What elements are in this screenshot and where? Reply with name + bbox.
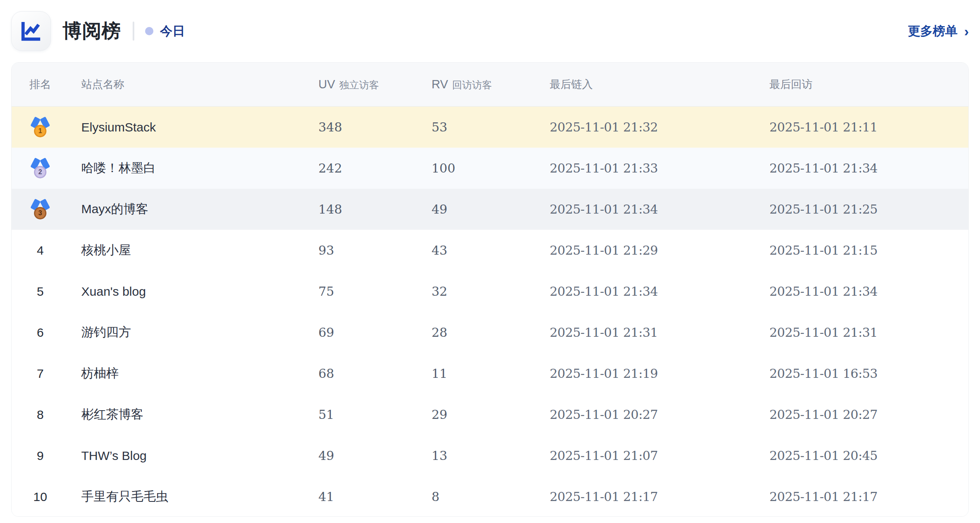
last-link-time: 2025-11-01 21:33 xyxy=(539,161,759,175)
last-visit-time: 2025-11-01 21:31 xyxy=(759,325,968,340)
table-row[interactable]: 8 彬红茶博客 51 29 2025-11-01 20:27 2025-11-0… xyxy=(12,394,968,435)
rank-cell: 3 xyxy=(12,199,69,219)
table-body: 1 ElysiumStack 348 53 2025-11-01 21:32 2… xyxy=(12,107,968,517)
site-name[interactable]: ElysiumStack xyxy=(69,120,308,134)
rank-number: 4 xyxy=(37,243,44,258)
last-link-time: 2025-11-01 21:29 xyxy=(539,243,759,258)
rv-value: 13 xyxy=(421,448,539,463)
uv-value: 348 xyxy=(308,120,421,134)
rank-cell: 5 xyxy=(12,285,69,299)
rv-value: 11 xyxy=(421,366,539,381)
site-name[interactable]: 游钓四方 xyxy=(69,324,308,341)
rv-value: 32 xyxy=(421,284,539,299)
column-header-rv: RV回访访客 xyxy=(421,78,539,92)
rank-number: 5 xyxy=(37,285,44,299)
rv-value: 100 xyxy=(421,161,539,175)
logo-box xyxy=(11,11,51,51)
last-visit-time: 2025-11-01 21:17 xyxy=(759,489,968,504)
site-name[interactable]: Xuan's blog xyxy=(69,285,308,299)
rank-number: 7 xyxy=(37,367,44,381)
rank-cell: 2 xyxy=(12,158,69,178)
uv-value: 49 xyxy=(308,448,421,463)
table-row[interactable]: 2 哈喽！林墨白 242 100 2025-11-01 21:33 2025-1… xyxy=(12,148,968,189)
bronze-medal-icon: 3 xyxy=(31,199,50,219)
last-visit-time: 2025-11-01 21:25 xyxy=(759,202,968,216)
rank-cell: 7 xyxy=(12,367,69,381)
site-name[interactable]: Mayx的博客 xyxy=(69,201,308,218)
last-link-time: 2025-11-01 20:27 xyxy=(539,407,759,422)
medal-number: 1 xyxy=(34,125,46,137)
rv-value: 28 xyxy=(421,325,539,340)
rv-value: 8 xyxy=(421,489,539,504)
silver-medal-icon: 2 xyxy=(31,158,50,178)
site-name[interactable]: 核桃小屋 xyxy=(69,242,308,259)
last-link-time: 2025-11-01 21:31 xyxy=(539,325,759,340)
table-header-row: 排名 站点名称 UV独立访客 RV回访访客 最后链入 最后回访 xyxy=(12,63,968,107)
last-visit-time: 2025-11-01 20:45 xyxy=(759,448,968,463)
column-header-uv: UV独立访客 xyxy=(308,78,421,92)
period-badge: 今日 xyxy=(160,23,185,40)
table-row[interactable]: 3 Mayx的博客 148 49 2025-11-01 21:34 2025-1… xyxy=(12,189,968,230)
chart-line-icon xyxy=(18,18,44,44)
medal-number: 3 xyxy=(34,207,46,219)
rank-number: 10 xyxy=(33,490,47,504)
last-visit-time: 2025-11-01 21:15 xyxy=(759,243,968,258)
uv-abbr: UV xyxy=(318,78,335,91)
chevron-right-icon: › xyxy=(964,24,969,38)
last-link-time: 2025-11-01 21:17 xyxy=(539,489,759,504)
site-name[interactable]: 彬红茶博客 xyxy=(69,406,308,423)
site-name[interactable]: 哈喽！林墨白 xyxy=(69,160,308,177)
page-title: 博阅榜 xyxy=(63,18,121,44)
uv-value: 148 xyxy=(308,202,421,216)
uv-value: 93 xyxy=(308,243,421,258)
site-name[interactable]: 枋柚梓 xyxy=(69,365,308,382)
column-header-last-link: 最后链入 xyxy=(539,77,759,92)
column-header-last-visit: 最后回访 xyxy=(759,77,968,92)
table-row[interactable]: 4 核桃小屋 93 43 2025-11-01 21:29 2025-11-01… xyxy=(12,230,968,271)
table-row[interactable]: 10 手里有只毛毛虫 41 8 2025-11-01 21:17 2025-11… xyxy=(12,476,968,517)
uv-value: 69 xyxy=(308,325,421,340)
rv-value: 29 xyxy=(421,407,539,422)
column-header-rank: 排名 xyxy=(12,77,69,92)
table-row[interactable]: 9 THW’s Blog 49 13 2025-11-01 21:07 2025… xyxy=(12,435,968,476)
rv-value: 43 xyxy=(421,243,539,258)
table-row[interactable]: 6 游钓四方 69 28 2025-11-01 21:31 2025-11-01… xyxy=(12,312,968,353)
rv-value: 53 xyxy=(421,120,539,134)
rank-cell: 6 xyxy=(12,326,69,340)
title-separator xyxy=(133,22,134,41)
column-header-site: 站点名称 xyxy=(69,77,308,92)
last-visit-time: 2025-11-01 21:34 xyxy=(759,161,968,175)
rank-cell: 4 xyxy=(12,243,69,258)
rv-label: 回访访客 xyxy=(452,79,492,90)
badge-dot-icon xyxy=(145,27,153,35)
table-row[interactable]: 1 ElysiumStack 348 53 2025-11-01 21:32 2… xyxy=(12,107,968,148)
last-visit-time: 2025-11-01 16:53 xyxy=(759,366,968,381)
more-rankings-label: 更多榜单 xyxy=(908,23,958,40)
last-visit-time: 2025-11-01 20:27 xyxy=(759,407,968,422)
rank-cell: 1 xyxy=(12,117,69,137)
ranking-table: 排名 站点名称 UV独立访客 RV回访访客 最后链入 最后回访 1 Elysiu… xyxy=(11,62,969,517)
table-row[interactable]: 5 Xuan's blog 75 32 2025-11-01 21:34 202… xyxy=(12,271,968,312)
gold-medal-icon: 1 xyxy=(31,117,50,137)
rv-abbr: RV xyxy=(432,78,448,91)
uv-label: 独立访客 xyxy=(339,79,379,90)
site-name[interactable]: 手里有只毛毛虫 xyxy=(69,488,308,505)
rank-number: 9 xyxy=(37,449,44,463)
uv-value: 75 xyxy=(308,284,421,299)
last-visit-time: 2025-11-01 21:34 xyxy=(759,284,968,299)
rank-number: 6 xyxy=(37,326,44,340)
rank-number: 8 xyxy=(37,408,44,422)
last-link-time: 2025-11-01 21:32 xyxy=(539,120,759,134)
last-link-time: 2025-11-01 21:07 xyxy=(539,448,759,463)
uv-value: 242 xyxy=(308,161,421,175)
last-link-time: 2025-11-01 21:34 xyxy=(539,202,759,216)
uv-value: 51 xyxy=(308,407,421,422)
header-bar: 博阅榜 今日 更多榜单 › xyxy=(0,0,980,62)
last-link-time: 2025-11-01 21:19 xyxy=(539,366,759,381)
rank-cell: 8 xyxy=(12,408,69,422)
uv-value: 68 xyxy=(308,366,421,381)
site-name[interactable]: THW’s Blog xyxy=(69,449,308,463)
more-rankings-link[interactable]: 更多榜单 › xyxy=(908,23,969,40)
rank-cell: 9 xyxy=(12,449,69,463)
table-row[interactable]: 7 枋柚梓 68 11 2025-11-01 21:19 2025-11-01 … xyxy=(12,353,968,394)
